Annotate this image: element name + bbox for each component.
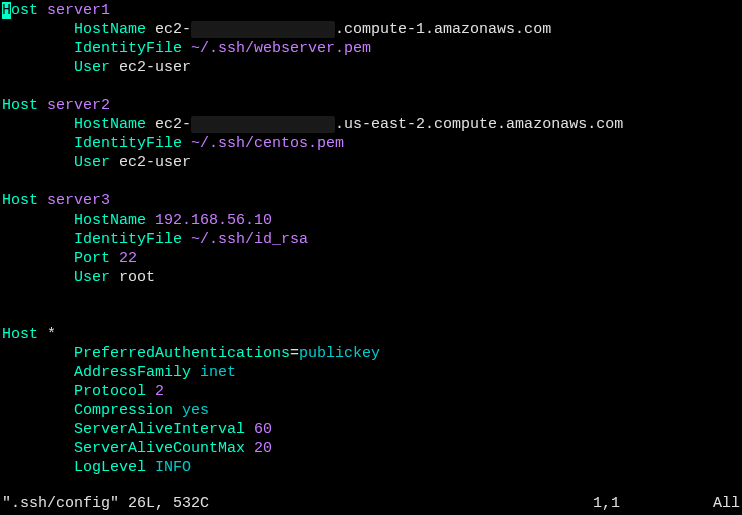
directive-value: 2 xyxy=(155,383,164,400)
directive-value: inet xyxy=(200,364,236,381)
blank-line xyxy=(2,287,740,306)
blank-line xyxy=(2,306,740,325)
directive-value: ~/.ssh/id_rsa xyxy=(191,231,308,248)
directive-value: 60 xyxy=(254,421,272,438)
directive-value: 192.168.56.10 xyxy=(155,212,272,229)
directive-value: yes xyxy=(182,402,209,419)
directive-name: Port xyxy=(74,250,110,267)
directive-value: ec2- xyxy=(155,116,191,133)
directive-value: .us-east-2.compute.amazonaws.com xyxy=(335,116,623,133)
host-line: Host server1 xyxy=(2,1,740,20)
directive-line: User ec2-user xyxy=(2,153,740,172)
directive-value: .compute-1.amazonaws.com xyxy=(335,21,551,38)
directive-line: PreferredAuthentications=publickey xyxy=(2,344,740,363)
directive-line: Protocol 2 xyxy=(2,382,740,401)
directive-line: ServerAliveInterval 60 xyxy=(2,420,740,439)
directive-line: User ec2-user xyxy=(2,58,740,77)
directive-line: User root xyxy=(2,268,740,287)
redacted: xxxxxxxxxxxxxxxx xyxy=(191,116,335,133)
directive-value: ~/.ssh/webserver.pem xyxy=(191,40,371,57)
directive-name: HostName xyxy=(74,212,146,229)
editor-content[interactable]: Host server1 HostName ec2-xxxxxxxxxxxxxx… xyxy=(2,1,740,477)
status-scroll: All xyxy=(713,494,740,513)
directive-name: Protocol xyxy=(74,383,146,400)
directive-name: AddressFamily xyxy=(74,364,191,381)
status-bar: ".ssh/config" 26L, 532C 1,1 All xyxy=(2,494,740,513)
directive-line: HostName ec2-xxxxxxxxxxxxxxxx.us-east-2.… xyxy=(2,115,740,134)
host-line: Host server3 xyxy=(2,191,740,210)
directive-value: publickey xyxy=(299,345,380,362)
directive-name: HostName xyxy=(74,116,146,133)
directive-name: Compression xyxy=(74,402,173,419)
directive-value: 20 xyxy=(254,440,272,457)
directive-name: IdentityFile xyxy=(74,135,182,152)
status-position: 1,1 xyxy=(593,494,620,513)
redacted: xxxxxxxxxxxxxxxx xyxy=(191,21,335,38)
directive-line: Compression yes xyxy=(2,401,740,420)
directive-line: IdentityFile ~/.ssh/webserver.pem xyxy=(2,39,740,58)
host-keyword: ost xyxy=(11,2,47,19)
directive-name: IdentityFile xyxy=(74,231,182,248)
directive-name: User xyxy=(74,269,110,286)
directive-value: ~/.ssh/centos.pem xyxy=(191,135,344,152)
directive-value: 22 xyxy=(119,250,137,267)
directive-name: HostName xyxy=(74,21,146,38)
directive-name: User xyxy=(74,154,110,171)
directive-value: ec2-user xyxy=(119,154,191,171)
directive-value: ec2-user xyxy=(119,59,191,76)
directive-name: PreferredAuthentications xyxy=(74,345,290,362)
cursor: H xyxy=(2,2,11,19)
host-line: Host * xyxy=(2,325,740,344)
host-alias: * xyxy=(47,326,56,343)
blank-line xyxy=(2,172,740,191)
directive-name: ServerAliveInterval xyxy=(74,421,245,438)
directive-line: IdentityFile ~/.ssh/id_rsa xyxy=(2,230,740,249)
directive-line: Port 22 xyxy=(2,249,740,268)
directive-name: ServerAliveCountMax xyxy=(74,440,245,457)
host-alias: server2 xyxy=(47,97,110,114)
host-alias: server3 xyxy=(47,192,110,209)
directive-value: INFO xyxy=(155,459,191,476)
host-keyword: Host xyxy=(2,97,38,114)
directive-line: HostName 192.168.56.10 xyxy=(2,211,740,230)
directive-line: IdentityFile ~/.ssh/centos.pem xyxy=(2,134,740,153)
host-keyword: Host xyxy=(2,192,38,209)
directive-line: AddressFamily inet xyxy=(2,363,740,382)
directive-line: ServerAliveCountMax 20 xyxy=(2,439,740,458)
host-keyword: Host xyxy=(2,326,38,343)
directive-value: root xyxy=(119,269,155,286)
directive-line: LogLevel INFO xyxy=(2,458,740,477)
host-alias: server1 xyxy=(47,2,110,19)
directive-name: LogLevel xyxy=(74,459,146,476)
blank-line xyxy=(2,77,740,96)
status-filename: ".ssh/config" 26L, 532C xyxy=(2,494,209,513)
directive-value: ec2- xyxy=(155,21,191,38)
directive-line: HostName ec2-xxxxxxxxxxxxxxxx.compute-1.… xyxy=(2,20,740,39)
directive-name: IdentityFile xyxy=(74,40,182,57)
host-line: Host server2 xyxy=(2,96,740,115)
separator: = xyxy=(290,345,299,362)
directive-name: User xyxy=(74,59,110,76)
